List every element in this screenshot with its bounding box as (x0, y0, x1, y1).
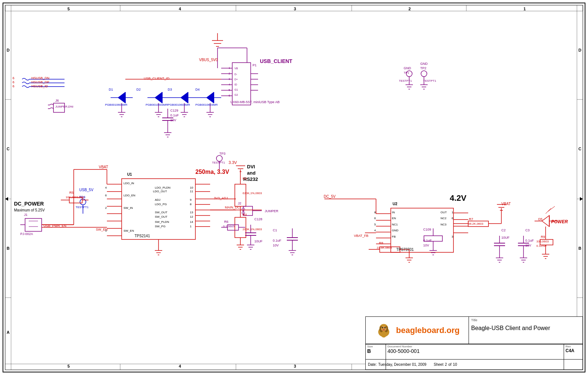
grid-left-a: A (7, 330, 10, 334)
j1-desc: PJ-002A (20, 232, 33, 236)
u2-gnd-pin: GND (392, 229, 399, 232)
total-sheets: 10 (453, 362, 457, 367)
date-row: Date: Tuesday, December 01, 2009 Sheet 2… (366, 359, 582, 369)
u2-en-pin: EN (392, 217, 396, 220)
d3-ref: D3 (168, 88, 172, 91)
voltage-250ma: 250ma, 3.3V (195, 169, 229, 175)
3v3-adj-label: 3V3_ADJ (214, 196, 228, 200)
testpt1-tp2: TESTPT1 (423, 79, 436, 83)
u2-pin8: 8 (374, 211, 376, 214)
u2-fb-pin: FB (392, 235, 396, 238)
grid-top-2: 2 (408, 7, 411, 11)
svg-point-92 (216, 155, 222, 161)
svg-rect-160 (391, 208, 453, 252)
document-title: Beagle-USB Client and Power (471, 325, 580, 332)
c3-val: 0.1uF (525, 239, 534, 242)
r4-val: 200K,1%,0603 (243, 228, 262, 231)
u2-pin1: 1 (452, 211, 453, 214)
u1-pin11: 11 (190, 190, 193, 193)
tp3-testpt: TESTPT1 (212, 161, 225, 164)
p1-pin5: 5 (229, 88, 230, 92)
u2-nc3-pin: NC3 (441, 223, 446, 226)
tp2-label: TP2 (420, 66, 427, 70)
tp1-label: TP1 (404, 71, 409, 74)
rev-label: Rev (566, 345, 581, 348)
c3-ref: C3 (525, 228, 530, 232)
tp3-ref: TP3 (219, 152, 226, 155)
date-value: Tuesday, December 01, 2009 (378, 362, 427, 367)
p1-pin1: 1 (229, 66, 230, 70)
svg-marker-213 (542, 215, 549, 227)
usb-client-id-label: USB_CLIENT_ID (144, 77, 170, 80)
u1-ldo-in: LDO_IN (123, 182, 134, 185)
d1-ref: D1 (109, 88, 113, 91)
grid-right-c: C (578, 147, 581, 151)
svg-line-218 (547, 206, 555, 212)
p1-desc: UX60-MB-5ST, miniUSB Type AB (230, 100, 279, 104)
svg-point-94 (80, 199, 86, 205)
p1-vb: VB (234, 67, 238, 70)
vbat-fb-label: VBAT_FB (354, 234, 368, 238)
grid-bottom-3: 3 (294, 364, 296, 368)
hsusb-dp-label: HSUSB_DP (31, 80, 49, 84)
p1-g2: G2 (234, 94, 238, 96)
u1-pin14: 14 (190, 220, 193, 224)
r7-val: 56.2K,0603 (468, 222, 483, 225)
usb-pwr-en-label: USB_PWR_EN (44, 224, 66, 228)
c128-ref: C128 (254, 217, 262, 221)
j6-type: JUMPER,DNI (55, 105, 73, 108)
svg-point-238 (385, 327, 386, 328)
svg-point-237 (382, 327, 383, 328)
u1-pin8: 8 (190, 203, 191, 206)
p1-g1: G1 (234, 88, 238, 91)
dc-power-label: DC_POWER (14, 201, 44, 207)
u1-sw-in: SW_IN (123, 206, 133, 210)
svg-point-147 (242, 208, 245, 211)
grid-top-5: 5 (67, 7, 70, 11)
grid-right-b: B (578, 246, 581, 250)
svg-marker-61 (181, 92, 188, 103)
u1-pin10: 10 (190, 186, 193, 189)
u1-sw-pldn: SW_PLDN (155, 220, 169, 224)
size-value: B (367, 348, 384, 354)
hsusb-id-pin: 6 (13, 84, 14, 88)
r3-ref: R3 (243, 177, 247, 181)
p1-pin6: 6 (229, 94, 230, 97)
u1-ref: U1 (127, 172, 132, 176)
hsusb-id-label: HSUSB_ID (31, 84, 48, 88)
title-block: beagleboard.org Title Beagle-USB Client … (365, 316, 583, 370)
u1-sw-pg: SW_PG (155, 225, 166, 228)
r5-val: 10K,0603,DNI (66, 196, 84, 199)
title-label-text: Title (471, 318, 580, 322)
c2-val: 10UF (501, 236, 509, 239)
svg-marker-53 (118, 92, 125, 103)
doc-value: 400-5000-001 (387, 348, 562, 354)
u2-pin3: 3 (452, 235, 453, 238)
dc-5v-label: DC_5V (324, 194, 335, 199)
c129-ref: C129 (170, 109, 178, 112)
d3-val: PGB0010603MR (168, 103, 190, 106)
schematic-canvas: 5 4 3 2 1 5 4 3 2 1 D C B A D C B A USB_… (0, 0, 588, 375)
j2-type: JUMPER (265, 209, 278, 213)
svg-rect-99 (25, 218, 42, 231)
beagle-logo: beagleboard.org (375, 321, 459, 340)
d2-ref: D2 (136, 88, 141, 91)
rev-value: C4A (566, 348, 581, 353)
u2-ref: U2 (393, 202, 397, 206)
of-label: of (448, 362, 451, 367)
c129-v: 10V (170, 118, 176, 122)
c109-v: 10V (423, 243, 429, 247)
d2-val: PGB0010603MR (146, 103, 168, 106)
c2-ref: C2 (501, 228, 506, 232)
beagle-dog-icon (375, 321, 393, 340)
r8-val: 22.6K,0603 (377, 246, 392, 249)
u2-pin5: 5 (374, 223, 376, 226)
r4-ref: R4 (243, 213, 247, 217)
d4-val: PGB0010603MR (195, 103, 218, 106)
dc-power-desc: Maximum of 5.25V (14, 208, 45, 212)
d5-power: POWER (551, 219, 568, 224)
svg-marker-22 (5, 197, 8, 201)
u1-sw-en: SW_EN (123, 229, 134, 232)
vbus-label: VBUS_5V0 (199, 58, 218, 62)
u1-pin1: 1 (190, 225, 191, 228)
